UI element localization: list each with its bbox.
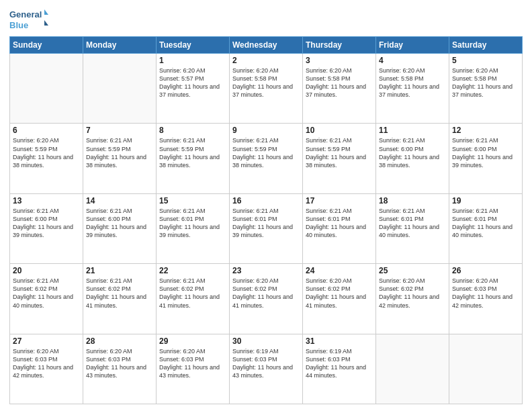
day-number: 11 <box>379 126 446 135</box>
day-info: Sunrise: 6:20 AM Sunset: 6:03 PM Dayligh… <box>86 347 153 380</box>
week-row: 6Sunrise: 6:20 AM Sunset: 5:59 PM Daylig… <box>10 124 523 193</box>
calendar-cell: 28Sunrise: 6:20 AM Sunset: 6:03 PM Dayli… <box>83 334 157 404</box>
day-number: 26 <box>452 266 519 275</box>
day-info: Sunrise: 6:21 AM Sunset: 5:59 PM Dayligh… <box>232 136 300 169</box>
day-number: 28 <box>86 336 153 346</box>
svg-marker-2 <box>44 9 48 15</box>
weekday-header: Wednesday <box>230 37 303 54</box>
weekday-header: Monday <box>83 37 157 54</box>
calendar-cell: 2Sunrise: 6:20 AM Sunset: 5:58 PM Daylig… <box>230 54 303 124</box>
day-number: 30 <box>232 336 300 346</box>
calendar-cell: 29Sunrise: 6:20 AM Sunset: 6:03 PM Dayli… <box>157 334 230 404</box>
calendar-cell: 21Sunrise: 6:21 AM Sunset: 6:02 PM Dayli… <box>83 264 157 334</box>
day-number: 29 <box>159 336 226 346</box>
day-number: 22 <box>159 266 226 275</box>
calendar-cell: 9Sunrise: 6:21 AM Sunset: 5:59 PM Daylig… <box>230 124 303 193</box>
calendar-cell: 25Sunrise: 6:20 AM Sunset: 6:02 PM Dayli… <box>376 264 449 334</box>
day-info: Sunrise: 6:21 AM Sunset: 6:02 PM Dayligh… <box>13 277 80 310</box>
day-info: Sunrise: 6:20 AM Sunset: 5:58 PM Dayligh… <box>306 66 373 99</box>
day-number: 23 <box>232 266 300 275</box>
page: General Blue SundayMondayTuesdayWednesda… <box>0 0 532 411</box>
calendar-cell: 17Sunrise: 6:21 AM Sunset: 6:01 PM Dayli… <box>303 193 376 263</box>
day-info: Sunrise: 6:20 AM Sunset: 6:03 PM Dayligh… <box>452 277 519 310</box>
day-info: Sunrise: 6:21 AM Sunset: 6:00 PM Dayligh… <box>452 136 519 169</box>
day-number: 12 <box>452 126 519 135</box>
day-number: 1 <box>159 56 226 65</box>
calendar-cell: 11Sunrise: 6:21 AM Sunset: 6:00 PM Dayli… <box>376 124 449 193</box>
calendar-cell: 1Sunrise: 6:20 AM Sunset: 5:57 PM Daylig… <box>157 54 230 124</box>
calendar-cell: 12Sunrise: 6:21 AM Sunset: 6:00 PM Dayli… <box>449 124 523 193</box>
svg-marker-3 <box>44 20 48 26</box>
day-info: Sunrise: 6:21 AM Sunset: 6:01 PM Dayligh… <box>306 207 373 240</box>
calendar-cell: 15Sunrise: 6:21 AM Sunset: 6:01 PM Dayli… <box>157 193 230 263</box>
calendar-cell: 23Sunrise: 6:20 AM Sunset: 6:02 PM Dayli… <box>230 264 303 334</box>
calendar-cell: 10Sunrise: 6:21 AM Sunset: 5:59 PM Dayli… <box>303 124 376 193</box>
day-number: 15 <box>159 196 226 205</box>
calendar-cell: 30Sunrise: 6:19 AM Sunset: 6:03 PM Dayli… <box>230 334 303 404</box>
day-info: Sunrise: 6:21 AM Sunset: 6:01 PM Dayligh… <box>379 207 446 240</box>
week-row: 13Sunrise: 6:21 AM Sunset: 6:00 PM Dayli… <box>10 193 523 263</box>
day-info: Sunrise: 6:21 AM Sunset: 6:02 PM Dayligh… <box>86 277 153 310</box>
calendar-cell: 8Sunrise: 6:21 AM Sunset: 5:59 PM Daylig… <box>157 124 230 193</box>
day-number: 20 <box>13 266 80 275</box>
day-number: 8 <box>159 126 226 135</box>
day-number: 21 <box>86 266 153 275</box>
calendar-cell: 20Sunrise: 6:21 AM Sunset: 6:02 PM Dayli… <box>10 264 83 334</box>
calendar-cell <box>10 54 83 124</box>
day-info: Sunrise: 6:21 AM Sunset: 6:00 PM Dayligh… <box>379 136 446 169</box>
day-number: 9 <box>232 126 300 135</box>
calendar-cell: 18Sunrise: 6:21 AM Sunset: 6:01 PM Dayli… <box>376 193 449 263</box>
day-info: Sunrise: 6:21 AM Sunset: 6:00 PM Dayligh… <box>13 207 80 240</box>
day-info: Sunrise: 6:20 AM Sunset: 5:58 PM Dayligh… <box>379 66 446 99</box>
weekday-header: Thursday <box>303 37 376 54</box>
day-number: 25 <box>379 266 446 275</box>
day-number: 2 <box>232 56 300 65</box>
week-row: 27Sunrise: 6:20 AM Sunset: 6:03 PM Dayli… <box>10 334 523 404</box>
day-info: Sunrise: 6:20 AM Sunset: 6:02 PM Dayligh… <box>306 277 373 310</box>
calendar-cell: 4Sunrise: 6:20 AM Sunset: 5:58 PM Daylig… <box>376 54 449 124</box>
day-number: 27 <box>13 336 80 346</box>
day-info: Sunrise: 6:20 AM Sunset: 5:58 PM Dayligh… <box>232 66 300 99</box>
calendar-cell <box>83 54 157 124</box>
header: General Blue <box>9 7 523 32</box>
day-info: Sunrise: 6:20 AM Sunset: 6:02 PM Dayligh… <box>379 277 446 310</box>
calendar-cell <box>376 334 449 404</box>
day-info: Sunrise: 6:20 AM Sunset: 6:02 PM Dayligh… <box>232 277 300 310</box>
generalblue-logo: General Blue <box>9 7 50 32</box>
day-number: 6 <box>13 126 80 135</box>
day-info: Sunrise: 6:21 AM Sunset: 5:59 PM Dayligh… <box>306 136 373 169</box>
calendar-cell: 5Sunrise: 6:20 AM Sunset: 5:58 PM Daylig… <box>449 54 523 124</box>
calendar-cell: 31Sunrise: 6:19 AM Sunset: 6:03 PM Dayli… <box>303 334 376 404</box>
day-number: 14 <box>86 196 153 205</box>
day-info: Sunrise: 6:21 AM Sunset: 5:59 PM Dayligh… <box>159 136 226 169</box>
logo: General Blue <box>9 7 50 32</box>
day-info: Sunrise: 6:20 AM Sunset: 6:03 PM Dayligh… <box>159 347 226 380</box>
day-info: Sunrise: 6:20 AM Sunset: 5:59 PM Dayligh… <box>13 136 80 169</box>
day-number: 13 <box>13 196 80 205</box>
day-number: 31 <box>306 336 373 346</box>
day-info: Sunrise: 6:21 AM Sunset: 6:01 PM Dayligh… <box>452 207 519 240</box>
day-number: 10 <box>306 126 373 135</box>
day-number: 24 <box>306 266 373 275</box>
calendar-table: SundayMondayTuesdayWednesdayThursdayFrid… <box>9 36 523 404</box>
day-info: Sunrise: 6:21 AM Sunset: 6:01 PM Dayligh… <box>159 207 226 240</box>
week-row: 1Sunrise: 6:20 AM Sunset: 5:57 PM Daylig… <box>10 54 523 124</box>
calendar-cell: 22Sunrise: 6:21 AM Sunset: 6:02 PM Dayli… <box>157 264 230 334</box>
day-info: Sunrise: 6:21 AM Sunset: 6:02 PM Dayligh… <box>159 277 226 310</box>
day-number: 5 <box>452 56 519 65</box>
weekday-header-row: SundayMondayTuesdayWednesdayThursdayFrid… <box>10 37 523 54</box>
calendar-cell: 7Sunrise: 6:21 AM Sunset: 5:59 PM Daylig… <box>83 124 157 193</box>
day-number: 18 <box>379 196 446 205</box>
weekday-header: Sunday <box>10 37 83 54</box>
week-row: 20Sunrise: 6:21 AM Sunset: 6:02 PM Dayli… <box>10 264 523 334</box>
day-info: Sunrise: 6:19 AM Sunset: 6:03 PM Dayligh… <box>306 347 373 380</box>
calendar-cell: 19Sunrise: 6:21 AM Sunset: 6:01 PM Dayli… <box>449 193 523 263</box>
svg-text:Blue: Blue <box>9 20 28 30</box>
day-number: 19 <box>452 196 519 205</box>
day-number: 17 <box>306 196 373 205</box>
day-number: 3 <box>306 56 373 65</box>
day-info: Sunrise: 6:20 AM Sunset: 5:57 PM Dayligh… <box>159 66 226 99</box>
calendar-cell: 27Sunrise: 6:20 AM Sunset: 6:03 PM Dayli… <box>10 334 83 404</box>
weekday-header: Tuesday <box>157 37 230 54</box>
calendar-cell: 26Sunrise: 6:20 AM Sunset: 6:03 PM Dayli… <box>449 264 523 334</box>
